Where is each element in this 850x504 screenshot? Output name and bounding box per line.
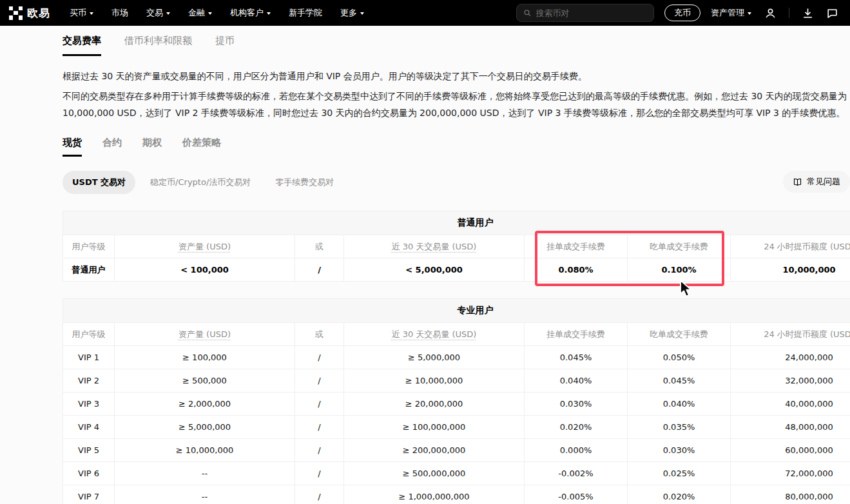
table-row: VIP 1≥ 100,000/≥ 5,000,0000.045%0.050%24… bbox=[63, 346, 850, 369]
table-cell: 0.045% bbox=[628, 369, 731, 393]
chip-usdt-pairs[interactable]: USDT 交易对 bbox=[63, 171, 135, 194]
table-cell: 0.000% bbox=[525, 439, 628, 462]
table-cell: 32,000,000 bbox=[731, 369, 850, 393]
fee-table: 普通用户用户等级资产量 (USD)或近 30 天交易量 (USD)挂单成交手续费… bbox=[63, 211, 850, 282]
chat-support-icon[interactable] bbox=[826, 7, 838, 19]
main-menu: 买币 市场 交易 金融 机构客户 新手学院 更多 bbox=[70, 7, 364, 19]
book-icon bbox=[793, 177, 802, 187]
table-cell: 0.030% bbox=[628, 439, 731, 462]
market-type-tabs: 现货 合约 期权 价差策略 bbox=[63, 137, 850, 157]
nav-item-institutional[interactable]: 机构客户 bbox=[230, 7, 271, 19]
table-row: VIP 7--/≥ 1,000,000,000-0.005%0.020%80,0… bbox=[63, 485, 850, 504]
table-cell: 0.035% bbox=[628, 416, 731, 439]
chip-zero-fee-pairs[interactable]: 零手续费交易对 bbox=[266, 171, 343, 194]
table-cell: / bbox=[295, 258, 344, 282]
tab-withdrawal[interactable]: 提币 bbox=[215, 35, 235, 56]
table-cell: 0.045% bbox=[525, 346, 628, 369]
table-row: 普通用户< 100,000/< 5,000,0000.080%0.100%10,… bbox=[63, 258, 850, 282]
search-input[interactable] bbox=[536, 8, 647, 18]
column-header: 吃单成交手续费 bbox=[628, 323, 731, 346]
table-cell: 0.050% bbox=[628, 346, 731, 369]
nav-item-markets[interactable]: 市场 bbox=[111, 7, 128, 19]
table-cell: 0.025% bbox=[628, 462, 731, 485]
nav-item-trade[interactable]: 交易 bbox=[146, 7, 170, 19]
table-group-title: 专业用户 bbox=[63, 299, 850, 323]
nav-item-label: 新手学院 bbox=[289, 7, 322, 19]
table-cell: VIP 6 bbox=[63, 462, 115, 485]
nav-item-label: 金融 bbox=[188, 7, 205, 19]
table-cell: / bbox=[295, 439, 344, 462]
pair-filter-row: USDT 交易对 稳定币/Crypto/法币交易对 零手续费交易对 常见问题 bbox=[63, 171, 850, 194]
table-cell: 48,000,000 bbox=[731, 416, 850, 439]
mouse-cursor bbox=[679, 280, 695, 298]
nav-item-more[interactable]: 更多 bbox=[340, 7, 364, 19]
column-header: 吃单成交手续费 bbox=[628, 235, 731, 258]
tab-options[interactable]: 期权 bbox=[142, 137, 162, 157]
nav-item-finance[interactable]: 金融 bbox=[188, 7, 212, 19]
table-cell: ≥ 100,000,000 bbox=[344, 416, 525, 439]
table-cell: ≥ 5,000,000 bbox=[344, 346, 525, 369]
nav-item-academy[interactable]: 新手学院 bbox=[289, 7, 322, 19]
faq-button-label: 常见问题 bbox=[807, 176, 840, 188]
tab-spread[interactable]: 价差策略 bbox=[182, 137, 221, 157]
column-header: 资产量 (USD) bbox=[115, 323, 295, 346]
table-cell: ≥ 10,000,000 bbox=[344, 369, 525, 393]
table-group-title: 普通用户 bbox=[63, 211, 850, 235]
faq-button[interactable]: 常见问题 bbox=[783, 171, 850, 193]
nav-item-label: 买币 bbox=[70, 7, 86, 19]
table-cell: VIP 1 bbox=[63, 346, 115, 369]
chevron-down-icon bbox=[166, 12, 170, 15]
chevron-down-icon bbox=[208, 12, 212, 15]
table-cell: ≥ 20,000,000 bbox=[344, 393, 525, 416]
tab-futures[interactable]: 合约 bbox=[102, 137, 122, 157]
table-cell: 普通用户 bbox=[63, 258, 115, 282]
table-cell: 40,000,000 bbox=[731, 393, 850, 416]
column-header: 用户等级 bbox=[63, 323, 115, 346]
tab-borrow-rates-limits[interactable]: 借币利率和限额 bbox=[124, 35, 192, 56]
table-cell: ≥ 2,000,000 bbox=[115, 393, 295, 416]
table-cell: 0.080% bbox=[525, 258, 628, 282]
nav-item-buy-crypto[interactable]: 买币 bbox=[70, 7, 93, 19]
table-cell: / bbox=[295, 462, 344, 485]
tab-trading-fees[interactable]: 交易费率 bbox=[63, 35, 101, 56]
table-cell: < 5,000,000 bbox=[344, 258, 525, 282]
table-cell: ≥ 100,000 bbox=[115, 346, 295, 369]
download-app-icon[interactable] bbox=[802, 7, 814, 19]
table-cell: VIP 2 bbox=[63, 369, 115, 393]
table-cell: ≥ 10,000,000 bbox=[115, 439, 295, 462]
deposit-button[interactable]: 充币 bbox=[664, 5, 700, 21]
table-cell: VIP 5 bbox=[63, 439, 115, 462]
table-row: VIP 4≥ 5,000,000/≥ 100,000,0000.020%0.03… bbox=[63, 416, 850, 439]
assets-menu[interactable]: 资产管理 bbox=[711, 7, 751, 19]
nav-item-label: 更多 bbox=[340, 7, 357, 19]
table-row: VIP 2≥ 500,000/≥ 10,000,0000.040%0.045%3… bbox=[63, 369, 850, 393]
chip-stablecoin-crypto-fiat-pairs[interactable]: 稳定币/Crypto/法币交易对 bbox=[140, 171, 260, 194]
table-cell: < 100,000 bbox=[115, 258, 295, 282]
table-cell: 10,000,000 bbox=[731, 258, 850, 282]
fee-description-paragraph-2: 不同的交易类型存在多种用于计算手续费等级的标准，若您在某个交易类型中达到了不同的… bbox=[63, 88, 850, 121]
nav-item-label: 机构客户 bbox=[230, 7, 264, 19]
table-cell: 72,000,000 bbox=[731, 462, 850, 485]
table-cell: -0.002% bbox=[525, 462, 628, 485]
search-icon bbox=[523, 8, 532, 17]
user-profile-icon[interactable] bbox=[764, 7, 777, 19]
table-cell: VIP 4 bbox=[63, 416, 115, 439]
table-cell: / bbox=[295, 393, 344, 416]
column-header: 近 30 天交易量 (USD) bbox=[344, 323, 525, 346]
fee-description-paragraph-1: 根据过去 30 天的资产量或交易量的不同，用户区分为普通用户和 VIP 会员用户… bbox=[63, 68, 850, 84]
column-header: 近 30 天交易量 (USD) bbox=[344, 235, 525, 258]
page-content: 交易费率 借币利率和限额 提币 根据过去 30 天的资产量或交易量的不同，用户区… bbox=[0, 35, 850, 504]
chevron-down-icon bbox=[90, 12, 93, 15]
brand-name: 欧易 bbox=[27, 6, 50, 21]
table-cell: 80,000,000 bbox=[731, 485, 850, 504]
chevron-down-icon bbox=[267, 12, 271, 15]
column-header: 24 小时提币额度 (USD) bbox=[731, 323, 850, 346]
brand-logo[interactable]: 欧易 bbox=[9, 6, 50, 21]
tab-spot[interactable]: 现货 bbox=[63, 137, 82, 157]
fee-description: 根据过去 30 天的资产量或交易量的不同，用户区分为普通用户和 VIP 会员用户… bbox=[63, 68, 850, 121]
nav-divider bbox=[789, 8, 789, 18]
top-navigation: 欧易 买币 市场 交易 金融 机构客户 新手学院 更多 充币 资产管理 bbox=[0, 0, 850, 26]
search-box[interactable] bbox=[516, 4, 654, 22]
nav-item-label: 市场 bbox=[111, 7, 128, 19]
table-cell: -- bbox=[115, 462, 295, 485]
